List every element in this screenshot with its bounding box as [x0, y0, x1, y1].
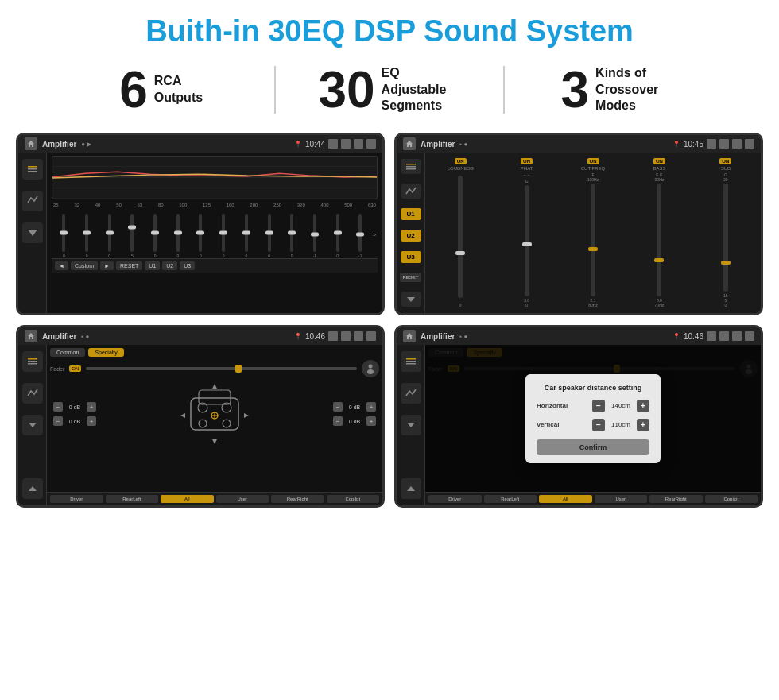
all-btn-3[interactable]: All: [161, 495, 214, 503]
home-icon-2[interactable]: [403, 137, 416, 150]
spk-side-btn-2[interactable]: [22, 383, 43, 404]
eq-next-btn[interactable]: ►: [100, 261, 114, 270]
eq-slider-0[interactable]: 0: [53, 214, 75, 258]
dialog-vertical-label: Vertical: [537, 421, 559, 428]
rearright-btn-3[interactable]: RearRight: [271, 495, 324, 503]
eq-slider-6[interactable]: 0: [190, 214, 211, 258]
svg-rect-1: [28, 166, 37, 168]
svg-point-22: [367, 369, 374, 374]
eq-u3-btn[interactable]: U3: [180, 261, 195, 270]
eq-slider-4[interactable]: 0: [145, 214, 166, 258]
eq-slider-8[interactable]: 0: [236, 214, 258, 258]
u2-btn[interactable]: U2: [401, 230, 421, 242]
screen1-side-controls: [18, 153, 47, 313]
svg-marker-0: [28, 141, 34, 147]
screen4-side: [397, 345, 425, 505]
eq-slider-5[interactable]: 0: [167, 214, 188, 258]
db-plus-br[interactable]: +: [366, 416, 376, 426]
on-badge-phat[interactable]: ON: [521, 158, 533, 164]
driver-btn-3[interactable]: Driver: [50, 495, 103, 503]
eq-reset-btn[interactable]: RESET: [116, 261, 142, 270]
svg-rect-3: [28, 171, 37, 172]
home-icon-3[interactable]: [25, 330, 37, 342]
eq-side-btn-2[interactable]: [22, 191, 43, 211]
db-value-tr: 0 dB: [345, 404, 364, 410]
on-badge-loudness[interactable]: ON: [455, 158, 467, 164]
screen2-main: ON LOUDNESS 0 ON PHAT ~~ G: [425, 153, 761, 313]
eq-slider-10[interactable]: 0: [281, 214, 303, 258]
screen-amplifier: Amplifier ▪ ● 📍 10:45 U1 U2: [394, 133, 763, 315]
eq-prev-btn[interactable]: ◄: [55, 261, 68, 270]
eq-slider-12[interactable]: 0: [327, 214, 348, 258]
tab-specialty-3[interactable]: Specialty: [88, 348, 123, 357]
db-plus-tl[interactable]: +: [87, 402, 96, 412]
vertical-plus-btn[interactable]: +: [637, 419, 649, 431]
eq-side-btn-1[interactable]: [22, 159, 43, 180]
user-btn-4[interactable]: User: [595, 495, 648, 503]
fader-label: Fader: [50, 366, 64, 372]
rearleft-btn-4[interactable]: RearLeft: [484, 495, 537, 503]
spk-side-btn-3[interactable]: [22, 415, 43, 435]
db-minus-tr[interactable]: −: [333, 402, 343, 412]
home-icon-4[interactable]: [403, 330, 416, 342]
db-minus-tl[interactable]: −: [53, 402, 63, 412]
screen4-statusbar: Amplifier ▪ ● 📍 10:46: [397, 327, 761, 345]
amp-col-sub: ON SUB G 20 15 5 0: [694, 156, 758, 310]
horizontal-minus-btn[interactable]: −: [592, 400, 605, 412]
svg-marker-32: [212, 384, 217, 389]
u3-btn[interactable]: U3: [401, 251, 421, 263]
reset-btn-2[interactable]: RESET: [400, 273, 421, 282]
dlg-side-btn-3[interactable]: [401, 415, 421, 435]
stat-eq-number: 30: [318, 64, 374, 115]
eq-slider-3[interactable]: 5: [122, 214, 143, 258]
on-badge-sub[interactable]: ON: [719, 158, 731, 164]
tab-common-3[interactable]: Common: [50, 348, 85, 357]
eq-slider-11[interactable]: -1: [304, 214, 326, 258]
screen3-side: [18, 345, 47, 505]
dlg-side-btn-4[interactable]: [401, 478, 421, 499]
db-minus-br[interactable]: −: [333, 416, 343, 426]
rearright-btn-4[interactable]: RearRight: [649, 495, 703, 503]
fader-on-toggle[interactable]: ON: [69, 365, 81, 372]
copilot-btn-4[interactable]: Copilot: [705, 495, 758, 503]
amp-side-btn-3[interactable]: [401, 292, 421, 307]
u1-btn[interactable]: U1: [401, 208, 421, 220]
dlg-side-btn-2[interactable]: [401, 383, 421, 404]
db-plus-tr[interactable]: +: [366, 402, 376, 412]
eq-u2-btn[interactable]: U2: [162, 261, 177, 270]
db-plus-bl[interactable]: +: [87, 416, 96, 426]
confirm-button[interactable]: Confirm: [537, 439, 649, 455]
eq-slider-7[interactable]: 0: [213, 214, 234, 258]
rearleft-btn-3[interactable]: RearLeft: [106, 495, 159, 503]
user-btn-3[interactable]: User: [216, 495, 269, 503]
vertical-minus-btn[interactable]: −: [592, 419, 605, 431]
db-minus-bl[interactable]: −: [53, 416, 63, 426]
car-diagram: [96, 382, 333, 446]
amp-side-btn-1[interactable]: [401, 159, 421, 174]
eq-slider-1[interactable]: 0: [76, 214, 98, 258]
driver-btn-4[interactable]: Driver: [428, 495, 482, 503]
bass-label: BASS: [653, 166, 665, 171]
eq-u1-btn[interactable]: U1: [145, 261, 160, 270]
all-btn-4[interactable]: All: [539, 495, 592, 503]
speaker-controls: − 0 dB + − 0 dB +: [50, 382, 379, 446]
amp-side-btn-2[interactable]: [401, 184, 421, 199]
eq-custom-btn[interactable]: Custom: [71, 261, 98, 270]
eq-slider-2[interactable]: 0: [99, 214, 120, 258]
db-row-tl: − 0 dB +: [53, 402, 96, 412]
copilot-btn-3[interactable]: Copilot: [327, 495, 380, 503]
eq-slider-9[interactable]: 0: [258, 214, 280, 258]
eq-side-btn-3[interactable]: [22, 222, 43, 243]
eq-slider-13[interactable]: -1: [350, 214, 371, 258]
dlg-side-btn-1[interactable]: [401, 351, 421, 372]
horizontal-plus-btn[interactable]: +: [637, 400, 649, 412]
spk-side-btn-4[interactable]: [22, 478, 43, 499]
back-icon-3: [366, 331, 376, 341]
spk-side-btn-1[interactable]: [22, 351, 43, 372]
on-badge-cutfreq[interactable]: ON: [587, 158, 599, 164]
on-badge-bass[interactable]: ON: [653, 158, 665, 164]
svg-marker-41: [407, 486, 415, 491]
home-icon[interactable]: [25, 137, 37, 150]
fader-track[interactable]: [86, 367, 357, 370]
fader-row: Fader ON: [50, 360, 379, 377]
